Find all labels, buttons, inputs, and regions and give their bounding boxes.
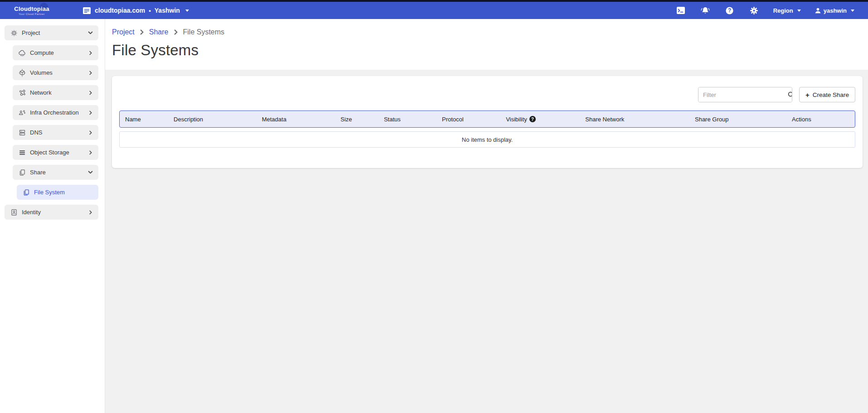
region-dropdown[interactable]: Region xyxy=(770,7,805,14)
create-share-button[interactable]: + Create Share xyxy=(799,87,855,102)
chevron-right-icon xyxy=(88,130,93,135)
user-menu-dropdown[interactable]: yashwin xyxy=(811,7,858,14)
gear-icon xyxy=(10,29,22,37)
breadcrumb: Project Share File Systems xyxy=(112,28,859,36)
sidebar-item-label: Object Storage xyxy=(30,149,69,156)
create-share-label: Create Share xyxy=(813,91,849,98)
column-header-visibility: Visibility ? xyxy=(500,116,580,123)
sidebar-item-label: Identity xyxy=(22,209,41,216)
breadcrumb-link-share[interactable]: Share xyxy=(149,28,169,36)
column-header-status: Status xyxy=(378,116,436,123)
table-toolbar: + Create Share xyxy=(119,87,855,102)
table-empty-row: No items to display. xyxy=(119,131,855,148)
sidebar-item-label: Volumes xyxy=(30,69,53,76)
terminal-icon xyxy=(676,6,685,14)
column-header-metadata: Metadata xyxy=(257,116,335,123)
region-label: Region xyxy=(773,7,793,14)
caret-down-icon xyxy=(851,10,854,12)
caret-down-icon xyxy=(797,10,801,12)
person-gear-icon xyxy=(18,109,30,117)
gear-icon xyxy=(750,6,758,15)
cube-icon xyxy=(18,69,30,77)
page-title: File Systems xyxy=(112,42,859,59)
sidebar-item-infra-orchestration[interactable]: Infra Orchestration xyxy=(13,105,98,120)
sidebar-item-compute[interactable]: Compute xyxy=(13,45,98,60)
chevron-down-icon xyxy=(88,170,93,175)
sidebar-item-label: DNS xyxy=(30,129,42,136)
chevron-right-icon xyxy=(88,150,93,155)
column-header-actions: Actions xyxy=(786,116,855,123)
plus-icon: + xyxy=(805,91,810,98)
project-label: Yashwin xyxy=(155,7,180,14)
filter-input[interactable] xyxy=(698,87,787,102)
sidebar-item-network[interactable]: Network xyxy=(13,85,98,100)
sidebar-item-label: File System xyxy=(34,189,65,196)
svg-text:?: ? xyxy=(728,7,731,14)
search-button[interactable] xyxy=(787,87,792,102)
server-stack-icon xyxy=(18,129,30,137)
copy-pages-icon xyxy=(18,168,30,177)
top-navbar: Cloudtopiaa Your Cloud Partner cloudtopi… xyxy=(0,2,868,19)
console-window-icon xyxy=(82,7,91,14)
notifications-button[interactable] xyxy=(696,4,714,17)
user-icon xyxy=(815,7,821,14)
sidebar-item-share[interactable]: Share xyxy=(13,165,98,180)
column-header-description: Description xyxy=(168,116,257,123)
main-content: Project Share File Systems File Systems xyxy=(105,19,868,413)
file-systems-panel: + Create Share Name Description Metadata… xyxy=(112,76,863,168)
sidebar-item-identity[interactable]: Identity xyxy=(5,205,98,220)
visibility-help-icon[interactable]: ? xyxy=(529,116,536,122)
sidebar-item-label: Share xyxy=(30,169,46,176)
chevron-right-icon xyxy=(139,29,145,35)
search-icon xyxy=(787,91,792,98)
stacked-bars-icon xyxy=(18,149,30,157)
domain-label: cloudtopiaa.com xyxy=(95,7,145,14)
column-header-share-group: Share Group xyxy=(689,116,786,123)
brand-tagline: Your Cloud Partner xyxy=(10,13,53,15)
chevron-right-icon xyxy=(173,29,179,35)
sidebar-item-label: Project xyxy=(22,29,40,36)
sidebar-item-label: Infra Orchestration xyxy=(30,109,79,116)
sidebar-item-object-storage[interactable]: Object Storage xyxy=(13,145,98,160)
empty-message: No items to display. xyxy=(462,136,513,143)
context-separator: • xyxy=(149,7,151,14)
sidebar-item-dns[interactable]: DNS xyxy=(13,125,98,140)
help-button[interactable]: ? xyxy=(721,4,739,17)
page-header: Project Share File Systems File Systems xyxy=(105,19,868,70)
brand-name: Cloudtopiaa xyxy=(10,5,53,12)
sidebar: Project Compute xyxy=(0,19,105,413)
column-header-size: Size xyxy=(335,116,378,123)
settings-button[interactable] xyxy=(745,4,763,17)
column-header-share-network: Share Network xyxy=(580,116,689,123)
sidebar-item-label: Compute xyxy=(30,49,54,56)
table-header-row: Name Description Metadata Size Status Pr… xyxy=(119,110,855,128)
copy-pages-icon xyxy=(22,188,34,197)
sidebar-item-label: Network xyxy=(30,89,52,96)
network-nodes-icon xyxy=(18,89,30,97)
chevron-right-icon xyxy=(88,210,93,215)
column-header-name: Name xyxy=(120,116,168,123)
help-icon: ? xyxy=(725,6,734,15)
chevron-down-icon xyxy=(88,30,93,35)
chevron-right-icon xyxy=(88,71,93,75)
domain-project-selector[interactable]: cloudtopiaa.com • Yashwin xyxy=(82,7,189,14)
breadcrumb-link-project[interactable]: Project xyxy=(112,28,135,36)
terminal-console-button[interactable] xyxy=(672,4,690,17)
sidebar-item-volumes[interactable]: Volumes xyxy=(13,65,98,80)
filter-group xyxy=(698,87,792,102)
sidebar-item-file-system[interactable]: File System xyxy=(17,185,98,200)
chevron-right-icon xyxy=(88,91,93,95)
user-name-label: yashwin xyxy=(824,7,847,14)
chevron-right-icon xyxy=(88,110,93,115)
chevron-right-icon xyxy=(88,51,93,55)
brand-logo[interactable]: Cloudtopiaa Your Cloud Partner xyxy=(10,5,53,15)
caret-down-icon xyxy=(185,10,189,12)
breadcrumb-current: File Systems xyxy=(183,28,225,36)
sidebar-item-project[interactable]: Project xyxy=(5,25,98,40)
id-badge-icon xyxy=(10,208,22,216)
column-header-protocol: Protocol xyxy=(436,116,500,123)
bell-icon xyxy=(700,6,710,15)
cloud-icon xyxy=(18,49,30,57)
